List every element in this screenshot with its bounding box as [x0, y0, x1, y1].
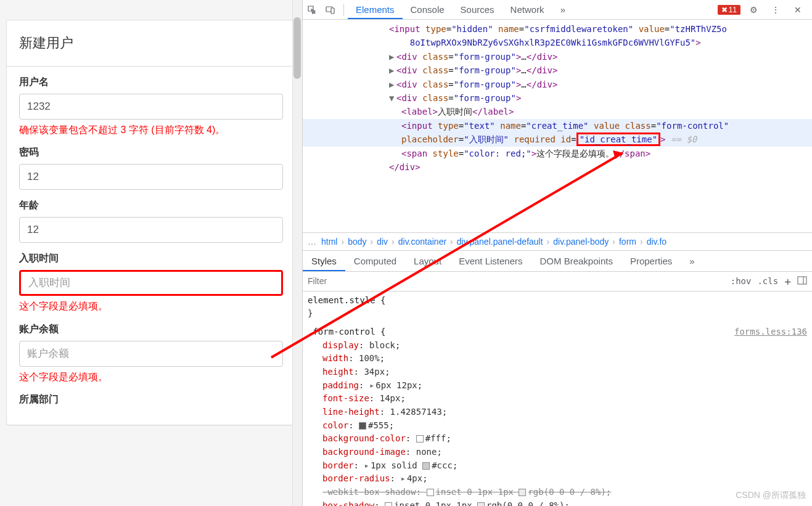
balance-label: 账户余额: [19, 323, 283, 336]
css-prop[interactable]: height: 34px;: [308, 365, 807, 379]
close-icon[interactable]: ✕: [789, 1, 807, 19]
scrollbar[interactable]: [292, 0, 302, 506]
balance-error: 这个字段是必填项。: [19, 370, 283, 384]
dom-node-selected[interactable]: <input type="text" name="creat_time" val…: [303, 119, 812, 147]
styles-tabs: Styles Computed Layout Event Listeners D…: [303, 251, 812, 272]
svg-rect-1: [331, 8, 334, 14]
password-input[interactable]: [19, 164, 283, 190]
css-prop[interactable]: line-height: 1.42857143;: [308, 406, 807, 419]
styles-tab-event[interactable]: Event Listeners: [450, 251, 531, 271]
css-prop[interactable]: border: ▸1px solid #ccc;: [308, 459, 807, 473]
panel-title: 新建用户: [7, 20, 295, 67]
creat-time-label: 入职时间: [19, 252, 283, 265]
error-badge[interactable]: ✖11: [718, 5, 740, 15]
balance-input[interactable]: [19, 341, 283, 367]
dom-node[interactable]: </div>: [303, 160, 812, 174]
rule-source[interactable]: forms.less:136: [734, 325, 807, 339]
styles-tab-dom-bp[interactable]: DOM Breakpoints: [531, 251, 621, 271]
css-prop[interactable]: box-shadow: inset 0 1px 1px rgb(0 0 0 / …: [308, 499, 807, 506]
elements-tree[interactable]: <input type="hidden" name="csrfmiddlewar…: [303, 20, 812, 232]
crumb[interactable]: html: [321, 237, 337, 247]
crumb[interactable]: div.container: [398, 237, 446, 247]
device-icon[interactable]: [321, 1, 340, 19]
form-group-password: 密码: [19, 146, 283, 190]
rule-selector[interactable]: .form-control {: [308, 327, 385, 337]
gear-icon[interactable]: ⚙: [744, 1, 763, 19]
page-content: 新建用户 用户名 确保该变量包含不超过 3 字符 (目前字符数 4)。 密码 年…: [0, 0, 302, 506]
panel: 新建用户 用户名 确保该变量包含不超过 3 字符 (目前字符数 4)。 密码 年…: [6, 20, 296, 425]
form-group-balance: 账户余额 这个字段是必填项。: [19, 323, 283, 384]
devtools: Elements Console Sources Network » ✖11 ⚙…: [302, 0, 812, 506]
css-prop[interactable]: background-image: none;: [308, 446, 807, 459]
username-error: 确保该变量包含不超过 3 字符 (目前字符数 4)。: [19, 123, 283, 137]
username-input[interactable]: [19, 94, 283, 120]
crumb[interactable]: body: [348, 237, 366, 247]
inspect-icon[interactable]: [303, 1, 321, 19]
styles-tab-more[interactable]: »: [681, 251, 703, 271]
age-label: 年龄: [19, 199, 283, 212]
crumb[interactable]: div.panel.panel-default: [457, 237, 543, 247]
creat-time-error: 这个字段是必填项。: [19, 300, 283, 313]
crumb[interactable]: form: [619, 237, 636, 247]
tab-network[interactable]: Network: [502, 0, 552, 19]
devtools-toolbar: Elements Console Sources Network » ✖11 ⚙…: [303, 0, 812, 20]
hov-toggle[interactable]: :hov: [731, 276, 752, 286]
dom-node[interactable]: <input type="hidden" name="csrfmiddlewar…: [303, 22, 812, 50]
css-prop[interactable]: -webkit-box-shadow: inset 0 1px 1px rgb(…: [308, 486, 807, 499]
dom-node[interactable]: <label>入职时间</label>: [303, 105, 812, 118]
css-prop[interactable]: border-radius: ▸4px;: [308, 472, 807, 486]
age-input[interactable]: [19, 217, 283, 243]
watermark: CSDN @所谓孤独: [736, 489, 806, 502]
kebab-icon[interactable]: ⋮: [766, 1, 785, 19]
css-prop[interactable]: background-color: #fff;: [308, 432, 807, 446]
dom-node[interactable]: ▶<div class="form-group">…</div>: [303, 78, 812, 91]
crumb[interactable]: div.panel-body: [553, 237, 609, 247]
panel-body: 用户名 确保该变量包含不超过 3 字符 (目前字符数 4)。 密码 年龄 入职时…: [7, 67, 295, 425]
styles-filter-row: :hov .cls +: [303, 272, 812, 292]
svg-rect-2: [798, 277, 806, 284]
form-group-username: 用户名 确保该变量包含不超过 3 字符 (目前字符数 4)。: [19, 76, 283, 137]
css-prop[interactable]: display: block;: [308, 339, 807, 353]
scrollbar-thumb[interactable]: [293, 17, 301, 79]
element-style[interactable]: element.style {: [308, 294, 807, 308]
form-group-age: 年龄: [19, 199, 283, 243]
styles-filter-input[interactable]: [308, 276, 724, 286]
dom-breadcrumb[interactable]: … html› body› div› div.container› div.pa…: [303, 232, 812, 251]
dom-node[interactable]: ▼<div class="form-group">: [303, 91, 812, 105]
styles-tab-layout[interactable]: Layout: [405, 251, 450, 271]
tab-sources[interactable]: Sources: [453, 0, 502, 19]
computed-pane-icon[interactable]: [797, 276, 807, 287]
styles-tab-props[interactable]: Properties: [621, 251, 681, 271]
tab-elements[interactable]: Elements: [348, 0, 403, 19]
add-rule-icon[interactable]: +: [784, 275, 791, 288]
dom-node[interactable]: ▶<div class="form-group">…</div>: [303, 63, 812, 77]
css-prop[interactable]: font-size: 14px;: [308, 392, 807, 406]
creat-time-input[interactable]: [19, 270, 283, 296]
cls-toggle[interactable]: .cls: [757, 276, 778, 286]
css-prop[interactable]: width: 100%;: [308, 352, 807, 365]
css-prop[interactable]: color: #555;: [308, 419, 807, 433]
styles-tab-computed[interactable]: Computed: [345, 251, 405, 271]
css-prop[interactable]: padding: ▸6px 12px;: [308, 379, 807, 393]
dept-label: 所属部门: [19, 393, 283, 406]
styles-tab-styles[interactable]: Styles: [303, 251, 345, 271]
form-group-dept: 所属部门: [19, 393, 283, 406]
tab-console[interactable]: Console: [403, 0, 453, 19]
password-label: 密码: [19, 146, 283, 159]
styles-body[interactable]: element.style { } forms.less:136.form-co…: [303, 292, 812, 507]
crumb[interactable]: div.fo: [647, 237, 666, 247]
dom-node[interactable]: ▶<div class="form-group">…</div>: [303, 50, 812, 63]
form-group-creat-time: 入职时间 这个字段是必填项。: [19, 252, 283, 313]
dom-node[interactable]: <span style="color: red;">这个字段是必填项。</spa…: [303, 147, 812, 160]
tab-more[interactable]: »: [552, 0, 573, 19]
crumb[interactable]: div: [377, 237, 388, 247]
username-label: 用户名: [19, 76, 283, 89]
